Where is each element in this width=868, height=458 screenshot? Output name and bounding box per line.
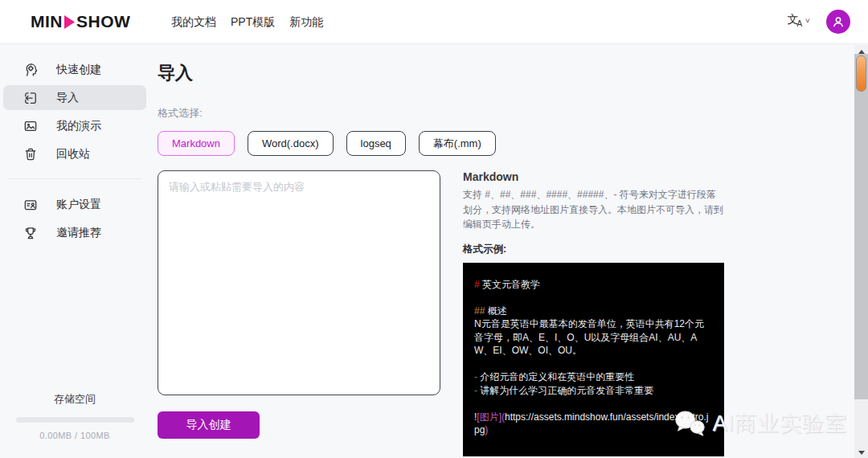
language-switcher[interactable]: 文 A ∨ <box>787 13 810 28</box>
page-title: 导入 <box>158 61 854 85</box>
import-input-column: 导入创建 <box>158 170 440 456</box>
sidebar: 快速创建 导入 我的演示 回收站 <box>0 44 149 458</box>
import-content-textarea[interactable] <box>158 170 440 395</box>
help-title: Markdown <box>463 170 724 183</box>
scrollbar-up-button[interactable] <box>854 45 868 54</box>
sidebar-item-label: 快速创建 <box>56 63 101 77</box>
sidebar-divider <box>8 178 141 179</box>
import-icon <box>23 90 39 106</box>
format-button-logseq[interactable]: logseq <box>346 131 406 156</box>
nav-new-features[interactable]: 新功能 <box>289 15 323 30</box>
sidebar-item-label: 导入 <box>56 91 79 105</box>
format-button-word[interactable]: Word(.docx) <box>248 131 334 156</box>
example-h1-line: # 英文元音教学 <box>474 278 713 292</box>
example-bullet-2: - 讲解为什么学习正确的元音发音非常重要 <box>474 384 713 398</box>
format-button-markdown[interactable]: Markdown <box>158 131 235 156</box>
logo-text-left: MIN <box>31 12 63 31</box>
storage-section: 存储空间 0.00MB / 100MB <box>0 392 149 440</box>
format-select-label: 格式选择: <box>158 106 854 121</box>
nav-ppt-templates[interactable]: PPT模版 <box>231 15 275 30</box>
sidebar-item-label: 账户设置 <box>56 198 101 212</box>
vertical-scrollbar[interactable] <box>854 45 868 458</box>
watermark: AI商业实验室 <box>673 408 847 439</box>
scrollbar-down-button[interactable] <box>854 451 868 455</box>
trash-icon <box>23 146 39 162</box>
storage-usage-text: 0.00MB / 100MB <box>0 431 149 440</box>
mindshow-logo[interactable]: MIN SHOW <box>31 12 130 31</box>
import-create-button[interactable]: 导入创建 <box>158 411 260 439</box>
format-options: Markdown Word(.docx) logseq 幕布(.mm) <box>158 131 854 156</box>
example-label: 格式示例: <box>463 243 724 256</box>
storage-title: 存储空间 <box>0 392 149 407</box>
sidebar-item-label: 回收站 <box>56 147 90 162</box>
sidebar-item-label: 我的演示 <box>56 119 101 133</box>
sidebar-item-my-presentations[interactable]: 我的演示 <box>3 113 146 138</box>
scrollbar-lower-area <box>854 399 868 458</box>
sidebar-item-label: 邀请推荐 <box>56 226 101 240</box>
chevron-down-icon: ∨ <box>805 17 811 24</box>
wechat-icon <box>673 408 708 439</box>
scrollbar-track[interactable] <box>854 54 868 399</box>
header: MIN SHOW 我的文档 PPT模版 新功能 文 A ∨ <box>0 0 868 44</box>
format-button-mubu[interactable]: 幕布(.mm) <box>419 131 496 156</box>
id-card-icon <box>23 197 39 213</box>
example-h2-line: ## 概述 <box>474 305 713 318</box>
sidebar-item-account-settings[interactable]: 账户设置 <box>3 192 146 217</box>
trophy-icon <box>23 225 39 241</box>
sidebar-item-quick-create[interactable]: 快速创建 <box>3 57 146 82</box>
example-bullet-1: - 介绍元音的定义和在英语中的重要性 <box>474 370 713 384</box>
presentation-icon <box>23 118 39 134</box>
nav-my-documents[interactable]: 我的文档 <box>171 15 216 30</box>
example-paragraph: N元音是英语中最基本的发音单位，英语中共有12个元音字母，即A、E、I、O、U以… <box>474 317 713 358</box>
example-blank-line <box>474 291 713 305</box>
watermark-text: AI商业实验室 <box>712 409 847 438</box>
arrow-down-icon <box>858 451 865 455</box>
logo-d-play-icon <box>64 15 75 29</box>
translate-icon-sub: A <box>796 20 802 28</box>
sidebar-item-recycle-bin[interactable]: 回收站 <box>3 141 146 166</box>
storage-progress-bar <box>16 417 134 423</box>
top-nav: 我的文档 PPT模版 新功能 <box>171 0 323 44</box>
sidebar-item-invite-referral[interactable]: 邀请推荐 <box>3 220 146 245</box>
sidebar-item-import[interactable]: 导入 <box>3 85 146 110</box>
brain-head-icon <box>23 62 39 78</box>
person-icon <box>830 14 846 30</box>
scrollbar-thumb[interactable] <box>856 55 866 92</box>
main-content: 导入 格式选择: Markdown Word(.docx) logseq 幕布(… <box>158 44 854 458</box>
logo-text-right: SHOW <box>76 12 130 31</box>
user-avatar[interactable] <box>826 10 850 34</box>
help-description: 支持 #、##、###、####、#####、- 符号来对文字进行段落划分，支持… <box>463 187 724 232</box>
example-blank-line <box>474 358 713 371</box>
